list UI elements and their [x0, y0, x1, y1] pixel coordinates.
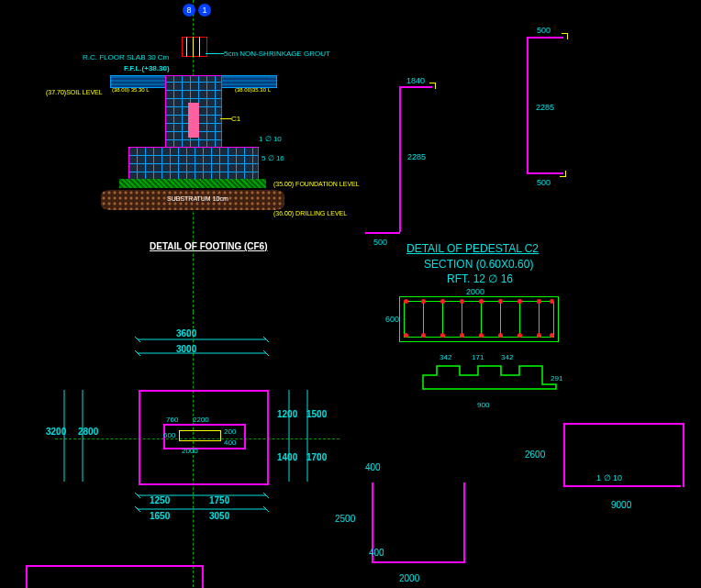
stirrup-4 [481, 301, 482, 336]
plan-iw2: 2200 [193, 416, 209, 424]
stirrup-1 [423, 301, 424, 336]
plan-b2: 1750 [209, 495, 229, 505]
pedestal-title-3: RFT. 12 ∅ 16 [447, 272, 513, 285]
plan-r2: 1500 [306, 409, 327, 419]
beam-inner [404, 301, 554, 338]
bolt-2 [193, 37, 194, 57]
c2-top-l [399, 86, 432, 88]
rebar-dot [517, 333, 522, 338]
beam-d3: 342 [501, 353, 513, 361]
rebar-dot [517, 299, 522, 304]
plan-s3: 200 [224, 427, 236, 436]
axis-bubble-1: 8 [183, 4, 195, 17]
stirrup-3 [462, 301, 462, 336]
c2-dim-f: 1840 [406, 76, 425, 85]
rebar-dot [498, 299, 503, 304]
rebar-dot [421, 299, 426, 304]
c2-dim-b: 2285 [407, 152, 426, 161]
stirrup-5 [500, 301, 501, 336]
rebar-dot [404, 333, 408, 338]
plan-r3: 1400 [277, 452, 297, 462]
rebar-top: 1 ∅ 10 [259, 135, 282, 143]
beam-d4: 900 [477, 401, 489, 409]
c2-dim-d: 2285 [536, 103, 554, 112]
foundation-level: (35.00) FOUNDATION LEVEL [273, 181, 360, 187]
stirrup-7 [539, 301, 540, 336]
rebar-dot [537, 299, 541, 304]
plan-b3: 1650 [150, 511, 170, 521]
u-right-bottom [563, 485, 681, 487]
rebar-dot [550, 299, 554, 304]
rebar-dot [440, 333, 445, 338]
column-insert [188, 103, 199, 138]
u-shape-left [365, 475, 475, 576]
rebar-bottom: 5 ∅ 16 [261, 154, 284, 162]
c2-dim-c: 500 [373, 238, 387, 247]
rebar-dot [498, 333, 503, 338]
plan-r1: 1200 [277, 409, 297, 419]
grout-leader [206, 53, 224, 54]
u-left-flange: 400 [369, 548, 384, 558]
c2-tick-1 [562, 33, 568, 39]
plan-b4: 3050 [209, 511, 229, 521]
c1-leader [220, 118, 231, 119]
rebar-dot [460, 333, 464, 338]
ffl-label: F.F.L.(+38.30) [124, 64, 170, 72]
rebar-dot [550, 333, 554, 338]
beam-h: 600 [385, 315, 399, 324]
c2-top-r [527, 37, 563, 39]
beam-plan-profile [418, 361, 565, 398]
lt-right: (38.00)35.30 L [235, 87, 271, 93]
plan-oh: 2800 [78, 427, 98, 437]
plan-dims-svg [37, 321, 339, 560]
footing-block [128, 147, 259, 181]
plan-ow2: 3600 [176, 328, 196, 338]
stirrup-2 [442, 301, 443, 336]
stirrup-6 [519, 301, 520, 336]
beam-d1: 342 [440, 353, 451, 361]
u-left-top: 400 [365, 462, 381, 472]
rebar-dot [479, 299, 484, 304]
rebar-dot [421, 333, 426, 338]
rebar-dot [440, 299, 445, 304]
plan-iw: 2000 [182, 447, 198, 455]
c1-label: C1 [231, 115, 240, 123]
pedestal-title-2: SECTION (0.60X0.60) [424, 258, 533, 271]
c2-right-r [527, 37, 529, 172]
grout-note: 5cm NON-SHRINKAGE GROUT [224, 50, 330, 58]
drilling-level: (36.00) DRILLING LEVEL [273, 210, 347, 216]
substratum-label: SUBSTRATUM 10cm [167, 195, 228, 202]
u-right-w: 9000 [611, 500, 631, 510]
plan-s2: 400 [224, 438, 236, 447]
slab-label: R.C. FLOOR SLAB 30 Cm [83, 53, 169, 61]
plan-r4: 1700 [306, 452, 327, 462]
c2-bot-l [365, 232, 400, 234]
u-right-h: 2600 [525, 449, 545, 460]
c2-tick-2 [560, 171, 566, 177]
u-right-note: 1 ∅ 10 [596, 473, 622, 483]
c2-dim-e: 500 [537, 178, 551, 187]
rebar-dot [404, 299, 408, 304]
substrate-band [119, 179, 266, 188]
plan-b1: 1250 [150, 495, 170, 505]
cropped-box [26, 565, 204, 588]
bolt-1 [186, 37, 187, 57]
u-left-w: 2000 [399, 573, 419, 583]
beam-d2: 171 [472, 353, 484, 361]
rebar-dot [537, 333, 541, 338]
soil-level-left: (37.70)SOIL LEVEL [46, 89, 103, 95]
c2-bot-r [527, 172, 563, 174]
u-left-h: 2500 [335, 514, 355, 524]
c2-tick-3 [429, 83, 436, 89]
beam-d5: 291 [551, 374, 562, 383]
plan-s1: 760 [166, 416, 178, 424]
beam-w: 2000 [466, 287, 484, 296]
pedestal-title-1: DETAIL OF PEDESTAL C2 [406, 242, 539, 255]
plan-ow: 3000 [176, 344, 196, 354]
c2-right-l [399, 86, 401, 232]
plan-ih: 600 [163, 431, 175, 439]
bolt-3 [199, 37, 200, 57]
c2-dim-a: 500 [537, 26, 551, 35]
axis-bubble-2: 1 [198, 4, 211, 17]
rebar-dot [460, 299, 464, 304]
